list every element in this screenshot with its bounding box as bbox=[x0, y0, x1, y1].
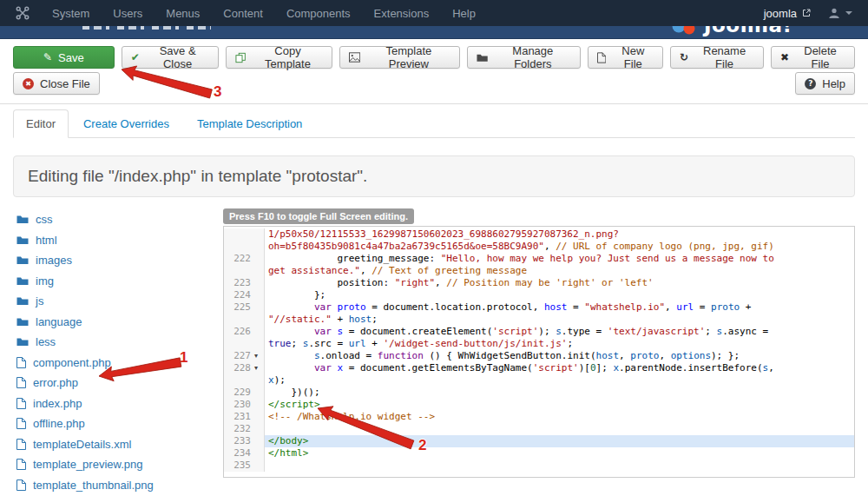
token-plain: .type = bbox=[562, 326, 608, 337]
line-gutter: 222 bbox=[224, 253, 265, 265]
tree-item-images[interactable]: images bbox=[16, 254, 214, 267]
tree-item-offline-php[interactable]: offline.php bbox=[16, 417, 214, 430]
joomla-logo-icon[interactable] bbox=[16, 6, 30, 20]
delete-file-button[interactable]: ✖Delete File bbox=[771, 46, 855, 69]
tree-item-less[interactable]: less bbox=[16, 335, 214, 348]
code-line-223[interactable]: 223 position: "right", // Position may b… bbox=[224, 277, 854, 289]
code-text: </body> bbox=[265, 435, 854, 447]
fold-arrow-icon[interactable]: ▾ bbox=[254, 350, 264, 362]
line-number: 228 bbox=[224, 362, 254, 374]
tree-item-label: html bbox=[36, 234, 57, 247]
code-line-230[interactable]: 230</script> bbox=[224, 399, 854, 411]
code-line-225[interactable]: 225 var proto = document.location.protoc… bbox=[224, 301, 854, 314]
token-tag: </html> bbox=[268, 447, 308, 459]
fold-arrow-icon[interactable]: ▾ bbox=[254, 362, 264, 374]
tree-item-language[interactable]: language bbox=[16, 315, 214, 328]
token-plain: , bbox=[619, 350, 630, 361]
tab-template-description[interactable]: Template Description bbox=[184, 109, 315, 138]
tree-item-error-php[interactable]: error.php bbox=[16, 376, 214, 389]
token-var2: host bbox=[596, 350, 620, 361]
code-text: "//static." + host; bbox=[265, 314, 854, 326]
code-line-232[interactable]: 232 bbox=[224, 423, 854, 435]
line-gutter: 234 bbox=[224, 447, 265, 460]
tree-item-label: templateDetails.xml bbox=[33, 438, 131, 451]
fold-gutter bbox=[254, 265, 264, 277]
tree-item-component-php[interactable]: component.php bbox=[16, 356, 214, 369]
tree-item-html[interactable]: html bbox=[16, 234, 214, 247]
tree-item-css[interactable]: css bbox=[16, 213, 214, 226]
file-icon bbox=[16, 398, 26, 409]
code-line-224[interactable]: 224 }; bbox=[224, 289, 854, 301]
tree-item-js[interactable]: js bbox=[16, 294, 214, 308]
line-number: 223 bbox=[224, 277, 254, 289]
token-plain: .onload = bbox=[320, 350, 378, 361]
token-plain: , bbox=[665, 301, 676, 313]
tree-item-template-thumbnail-png[interactable]: template_thumbnail.png bbox=[16, 479, 214, 492]
code-line-222[interactable]: 222 greeting_message: "Hello, how may we… bbox=[224, 253, 854, 265]
new-file-button[interactable]: New File bbox=[588, 46, 663, 69]
nav-item-system[interactable]: System bbox=[52, 7, 89, 20]
joomla-admin-page: SystemUsersMenusContentComponentsExtensi… bbox=[0, 0, 868, 496]
folder-icon bbox=[16, 276, 29, 286]
token-var2: x bbox=[268, 374, 274, 386]
nav-item-users[interactable]: Users bbox=[113, 7, 142, 20]
token-var2: proto bbox=[630, 350, 659, 361]
tree-item-template-preview-png[interactable]: template_preview.png bbox=[16, 458, 214, 471]
line-number bbox=[224, 338, 254, 350]
token-plain: position: bbox=[268, 277, 395, 288]
code-line-wrap[interactable]: 1/p50x50/12115533_1629987150602023_69886… bbox=[224, 228, 854, 241]
code-line-227[interactable]: 227▾ s.onload = function () { WhWidgetSe… bbox=[224, 350, 854, 362]
line-gutter: 228▾ bbox=[224, 362, 265, 374]
fold-gutter bbox=[254, 460, 264, 472]
save-close-button[interactable]: ✔Save & Close bbox=[122, 46, 220, 69]
site-preview-link[interactable]: joomla bbox=[764, 7, 811, 20]
code-line-235[interactable]: 235 bbox=[224, 460, 854, 472]
tab-editor[interactable]: Editor bbox=[13, 109, 69, 138]
tree-item-templatedetails-xml[interactable]: templateDetails.xml bbox=[16, 438, 214, 451]
fold-gutter bbox=[254, 338, 264, 350]
fold-gutter bbox=[254, 314, 264, 326]
tree-item-index-php[interactable]: index.php bbox=[16, 397, 214, 410]
tab-bar: EditorCreate OverridesTemplate Descripti… bbox=[13, 109, 855, 138]
code-line-226[interactable]: 226 var s = document.createElement('scri… bbox=[224, 326, 854, 338]
code-line-wrap[interactable]: get assistance.", // Text of greeting me… bbox=[224, 265, 854, 277]
close-file-button[interactable]: ✖Close File bbox=[13, 72, 100, 95]
external-link-icon bbox=[802, 9, 811, 17]
code-line-228[interactable]: 228▾ var x = document.getElementsByTagNa… bbox=[224, 362, 854, 374]
code-line-wrap[interactable]: oh=b5f80435b9081c4a47ba2a6739c5165d&oe=5… bbox=[224, 241, 854, 253]
manage-folders-button[interactable]: Manage Folders bbox=[467, 46, 581, 69]
token-plain: = document.location.protocol, bbox=[366, 301, 544, 313]
token-plain: ); }; bbox=[711, 350, 740, 361]
code-text: s.onload = function () { WhWidgetSendBut… bbox=[265, 350, 854, 362]
button-label: Delete File bbox=[795, 44, 845, 70]
template-preview-button[interactable]: Template Preview bbox=[339, 46, 460, 69]
token-plain: + bbox=[332, 314, 349, 325]
file-icon bbox=[16, 479, 26, 491]
fold-gutter bbox=[254, 228, 264, 241]
code-line-wrap[interactable]: "//static." + host; bbox=[224, 314, 854, 326]
code-text: 1/p50x50/12115533_1629987150602023_69886… bbox=[265, 228, 854, 241]
nav-item-help[interactable]: Help bbox=[452, 7, 476, 20]
tab-create-overrides[interactable]: Create Overrides bbox=[70, 109, 182, 138]
copy-template-button[interactable]: Copy Template bbox=[226, 46, 332, 69]
rename-file-button[interactable]: ↻Rename File bbox=[670, 46, 764, 69]
nav-item-menus[interactable]: Menus bbox=[166, 7, 200, 20]
code-text: x); bbox=[265, 374, 854, 387]
code-line-234[interactable]: 234</html> bbox=[224, 447, 854, 460]
nav-item-content[interactable]: Content bbox=[223, 7, 263, 20]
code-editor[interactable]: 1/p50x50/12115533_1629987150602023_69886… bbox=[223, 226, 855, 478]
nav-item-extensions[interactable]: Extensions bbox=[374, 7, 430, 20]
code-line-233[interactable]: 233</body> bbox=[224, 435, 854, 447]
save-button[interactable]: ✎Save bbox=[13, 46, 115, 69]
code-line-wrap[interactable]: x); bbox=[224, 374, 854, 387]
navbar-right: joomla bbox=[764, 7, 852, 20]
code-line-231[interactable]: 231<!-- /WhatsHelp.io widget --> bbox=[224, 411, 854, 423]
help-button[interactable]: ?Help bbox=[795, 72, 855, 95]
tree-item-img[interactable]: img bbox=[16, 274, 214, 288]
line-number bbox=[224, 241, 254, 253]
token-plain: ; bbox=[705, 326, 716, 337]
user-menu[interactable] bbox=[828, 8, 852, 19]
code-line-229[interactable]: 229 })(); bbox=[224, 387, 854, 399]
nav-item-components[interactable]: Components bbox=[286, 7, 351, 20]
code-line-wrap[interactable]: true; s.src = url + '/widget-send-button… bbox=[224, 338, 854, 350]
